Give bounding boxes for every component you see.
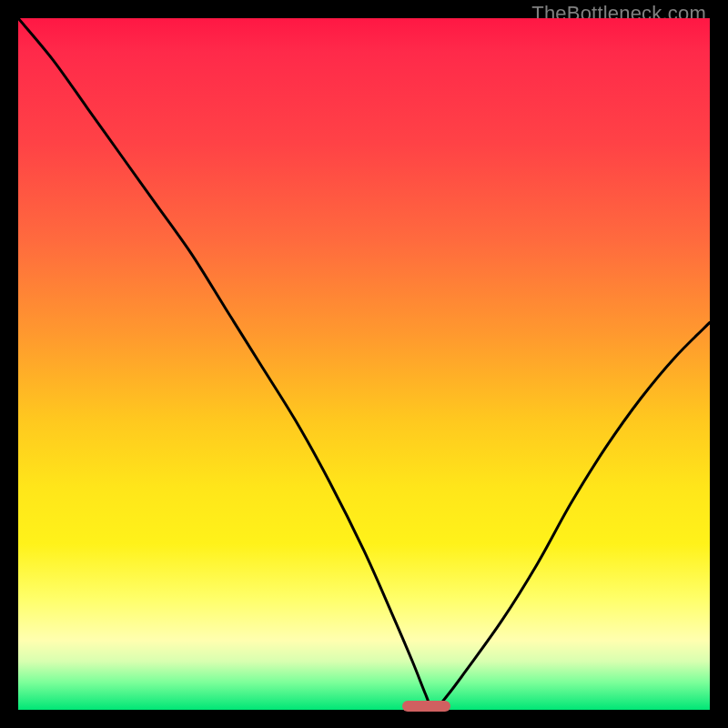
plot-area [18,18,710,710]
bottleneck-curve [18,18,710,710]
chart-frame: TheBottleneck.com [0,0,728,728]
optimum-marker [402,701,450,712]
